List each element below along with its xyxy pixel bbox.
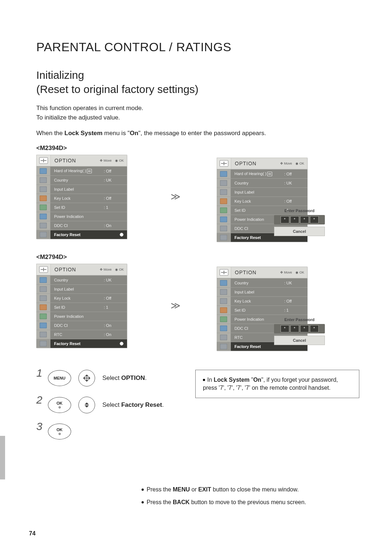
step-text: Select Factory Reset.: [102, 401, 164, 409]
menu-button-icon: MENU: [48, 370, 71, 386]
screens-row-a: OPTION ✥ Move ◉ OK Hard of Hearing( ): O…: [36, 155, 359, 239]
arrow-right-icon: ≫: [127, 300, 217, 311]
osd-row[interactable]: Country: UK: [217, 278, 307, 287]
cancel-button[interactable]: Cancel: [274, 227, 325, 236]
osd-row[interactable]: Key Lock: Off: [217, 197, 307, 206]
enter-password-label: Enter Password: [274, 208, 325, 213]
intro-text: This function operates in current mode. …: [36, 104, 359, 122]
osd-row[interactable]: Set ID: 1: [217, 305, 307, 315]
osd-row[interactable]: Hard of Hearing( ): Off: [217, 169, 307, 178]
osd-header: OPTION ✥ Move ◉ OK: [36, 155, 127, 166]
osd-row[interactable]: Country: UK: [36, 175, 127, 185]
step-number: 1: [36, 367, 44, 379]
caption-icon: [87, 169, 92, 173]
osd-row[interactable]: Hard of Hearing( ): Off: [36, 166, 127, 175]
osd-row[interactable]: DDC CI: On: [36, 321, 127, 330]
screens-row-b: OPTION ✥ Move◉ OK Country: UK Input Labe…: [36, 264, 359, 348]
radio-filled-icon: [120, 342, 123, 345]
osd-row-selected[interactable]: Factory Reset: [36, 230, 127, 239]
enter-password-label: Enter Password: [274, 317, 325, 322]
step-3: 3 OK⊙: [36, 424, 164, 439]
osd-row[interactable]: Power Indication: [36, 312, 127, 321]
tip-box: In Lock System "On", if you forget your …: [195, 370, 359, 398]
osd-row-selected[interactable]: Factory Reset: [36, 339, 127, 348]
caption-icon: [267, 172, 272, 176]
osd-title: OPTION: [51, 158, 100, 163]
password-field[interactable]: ****: [274, 215, 325, 224]
page-number: 74: [29, 530, 36, 537]
option-icon: [217, 267, 231, 278]
osd-row[interactable]: Key Lock: Off: [217, 296, 307, 305]
password-popup: Enter Password **** Cancel: [274, 317, 325, 345]
osd-row[interactable]: Set ID: 1: [36, 303, 127, 312]
password-popup: Enter Password **** Cancel: [274, 208, 325, 236]
page-tab: [0, 436, 5, 479]
model-label-b: <M2794D>: [36, 254, 359, 261]
updown-icon: [78, 397, 95, 413]
radio-filled-icon: [120, 233, 123, 236]
step-1: 1 MENU Select OPTION.: [36, 370, 164, 386]
osd-row[interactable]: Input Label: [36, 185, 127, 194]
lock-note: When the Lock System menu is "On", the m…: [36, 129, 359, 138]
osd-b-left: OPTION ✥ Move◉ OK Country: UK Input Labe…: [36, 264, 127, 348]
step-number: 3: [36, 420, 44, 433]
osd-row[interactable]: RTC: On: [36, 330, 127, 339]
cancel-button[interactable]: Cancel: [274, 336, 325, 345]
option-icon: [217, 158, 231, 169]
osd-row[interactable]: Input Label: [36, 284, 127, 293]
ok-button-icon: OK⊙: [48, 397, 71, 413]
osd-row[interactable]: Key Lock: Off: [36, 194, 127, 203]
step-text: Select OPTION.: [102, 374, 147, 382]
osd-hints: ✥ Move ◉ OK: [100, 159, 127, 162]
osd-row[interactable]: Input Label: [217, 287, 307, 296]
osd-row[interactable]: Power Indication: [36, 212, 127, 221]
osd-row[interactable]: Key Lock: Off: [36, 293, 127, 303]
osd-row[interactable]: Input Label: [217, 187, 307, 197]
dpad-icon: [78, 370, 95, 386]
osd-row[interactable]: Set ID: 1: [36, 203, 127, 212]
osd-row[interactable]: Country: UK: [36, 275, 127, 284]
step-number: 2: [36, 394, 44, 406]
step-2: 2 OK⊙ Select Factory Reset.: [36, 397, 164, 413]
bullet-icon: [142, 489, 144, 491]
page-title: PARENTAL CONTROL / RATINGS: [36, 40, 359, 54]
password-field[interactable]: ****: [274, 324, 325, 333]
bullet-icon: [203, 379, 205, 381]
option-icon: [37, 264, 51, 275]
osd-row[interactable]: DDC CI: On: [36, 221, 127, 230]
ok-button-icon: OK⊙: [48, 424, 71, 439]
osd-a-left: OPTION ✥ Move ◉ OK Hard of Hearing( ): O…: [36, 155, 127, 239]
osd-row[interactable]: Country: UK: [217, 178, 307, 187]
section-title: Initializing (Reset to original factory …: [36, 68, 359, 96]
arrow-right-icon: ≫: [127, 191, 217, 202]
model-label-a: <M2394D>: [36, 145, 359, 152]
option-icon: [37, 155, 51, 166]
steps-list: 1 MENU Select OPTION. 2 OK⊙ Select Facto…: [36, 370, 164, 439]
bullet-icon: [142, 501, 144, 503]
footer-notes: Press the MENU or EXIT button to close t…: [142, 483, 359, 509]
